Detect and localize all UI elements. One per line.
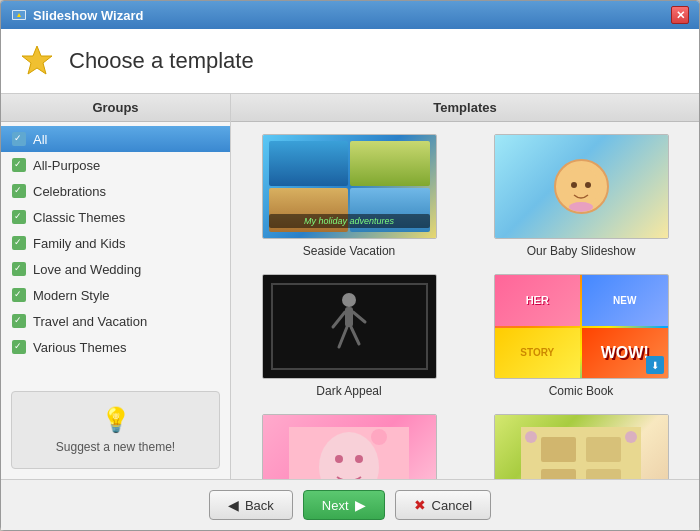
svg-point-18 xyxy=(371,429,387,445)
svg-rect-21 xyxy=(541,437,576,462)
bottom-bar: ◀ Back Next ▶ ✖ Cancel xyxy=(1,479,699,530)
suggest-theme-button[interactable]: 💡 Suggest a new theme! xyxy=(11,391,220,469)
app-icon xyxy=(11,7,27,23)
comic-panel-4: WOW! ⬇ xyxy=(582,328,668,379)
template-label-dark: Dark Appeal xyxy=(316,384,381,398)
svg-marker-3 xyxy=(22,46,52,74)
group-label-allpurpose: All-Purpose xyxy=(33,158,100,173)
svg-point-4 xyxy=(563,167,599,207)
template-thumb-baby xyxy=(494,134,669,239)
svg-point-7 xyxy=(569,202,593,212)
sidebar-item-all-purpose[interactable]: All-Purpose xyxy=(1,152,230,178)
templates-panel-header: Templates xyxy=(231,94,699,122)
comic-panels: HER NEW STORY WOW! ⬇ xyxy=(495,275,668,378)
sidebar-item-celebrations[interactable]: Celebrations xyxy=(1,178,230,204)
groups-panel-header: Groups xyxy=(1,94,230,122)
template-thumb-pink xyxy=(262,414,437,479)
check-icon-love xyxy=(11,261,27,277)
comic-panel-3: STORY xyxy=(495,328,581,379)
group-label-travel: Travel and Vacation xyxy=(33,314,147,329)
flower-icon xyxy=(521,427,641,480)
cancel-icon: ✖ xyxy=(414,497,426,513)
svg-point-6 xyxy=(585,182,591,188)
back-icon: ◀ xyxy=(228,497,239,513)
sidebar-item-classic-themes[interactable]: Classic Themes xyxy=(1,204,230,230)
group-label-celebrations: Celebrations xyxy=(33,184,106,199)
comic-panel-2: NEW xyxy=(582,275,668,326)
svg-rect-24 xyxy=(586,469,621,480)
svg-point-16 xyxy=(335,455,343,463)
template-comic[interactable]: HER NEW STORY WOW! ⬇ xyxy=(475,274,687,398)
check-icon-celebrations xyxy=(11,183,27,199)
svg-point-26 xyxy=(625,431,637,443)
template-seaside[interactable]: My holiday adventures Seaside Vacation xyxy=(243,134,455,258)
sidebar-item-all[interactable]: All xyxy=(1,126,230,152)
check-icon-various xyxy=(11,339,27,355)
template-flower[interactable] xyxy=(475,414,687,479)
lightbulb-icon: 💡 xyxy=(22,406,209,434)
group-label-family: Family and Kids xyxy=(33,236,125,251)
group-label-classic: Classic Themes xyxy=(33,210,125,225)
template-label-seaside: Seaside Vacation xyxy=(303,244,396,258)
svg-point-25 xyxy=(525,431,537,443)
next-button[interactable]: Next ▶ xyxy=(303,490,385,520)
template-thumb-seaside: My holiday adventures xyxy=(262,134,437,239)
template-pink[interactable] xyxy=(243,414,455,479)
suggest-label: Suggest a new theme! xyxy=(22,440,209,454)
check-icon-family xyxy=(11,235,27,251)
baby-face-icon xyxy=(554,159,609,214)
template-thumb-comic: HER NEW STORY WOW! ⬇ xyxy=(494,274,669,379)
next-label: Next xyxy=(322,498,349,513)
group-label-love: Love and Wedding xyxy=(33,262,141,277)
cancel-button[interactable]: ✖ Cancel xyxy=(395,490,491,520)
sidebar-item-various[interactable]: Various Themes xyxy=(1,334,230,360)
pink-face-icon xyxy=(289,427,409,480)
sidebar-item-love-wedding[interactable]: Love and Wedding xyxy=(1,256,230,282)
template-thumb-dark xyxy=(262,274,437,379)
titlebar: Slideshow Wizard ✕ xyxy=(1,1,699,29)
sidebar-item-modern-style[interactable]: Modern Style xyxy=(1,282,230,308)
comic-download-icon: ⬇ xyxy=(646,356,664,374)
sidebar-item-family-kids[interactable]: Family and Kids xyxy=(1,230,230,256)
page-title: Choose a template xyxy=(69,48,254,74)
check-icon-modern xyxy=(11,287,27,303)
template-dark[interactable]: Dark Appeal xyxy=(243,274,455,398)
next-icon: ▶ xyxy=(355,497,366,513)
template-baby[interactable]: Our Baby Slideshow xyxy=(475,134,687,258)
groups-panel: Groups All All-Purpose xyxy=(1,94,231,479)
group-label-all: All xyxy=(33,132,47,147)
seaside-title-overlay: My holiday adventures xyxy=(269,214,430,228)
group-label-modern: Modern Style xyxy=(33,288,110,303)
template-label-baby: Our Baby Slideshow xyxy=(527,244,636,258)
cancel-label: Cancel xyxy=(432,498,472,513)
thumb-visual-flower xyxy=(495,415,668,479)
main-content: Groups All All-Purpose xyxy=(1,94,699,479)
thumb-visual-comic: HER NEW STORY WOW! ⬇ xyxy=(495,275,668,378)
sidebar-item-travel[interactable]: Travel and Vacation xyxy=(1,308,230,334)
back-button[interactable]: ◀ Back xyxy=(209,490,293,520)
templates-panel: Templates My holiday adventures xyxy=(231,94,699,479)
thumb-visual-baby xyxy=(495,135,668,238)
titlebar-title: Slideshow Wizard xyxy=(33,8,143,23)
thumb-visual-pink xyxy=(263,415,436,479)
templates-grid: My holiday adventures Seaside Vacation xyxy=(231,122,699,479)
check-icon-all xyxy=(11,131,27,147)
group-label-various: Various Themes xyxy=(33,340,126,355)
template-thumb-flower xyxy=(494,414,669,479)
titlebar-left: Slideshow Wizard xyxy=(11,7,143,23)
thumb-visual-seaside: My holiday adventures xyxy=(263,135,436,238)
groups-list: All All-Purpose Celebrations xyxy=(1,122,230,381)
svg-point-17 xyxy=(355,455,363,463)
close-button[interactable]: ✕ xyxy=(671,6,689,24)
header-star-icon xyxy=(17,41,57,81)
thumb-visual-dark xyxy=(263,275,436,378)
template-label-comic: Comic Book xyxy=(549,384,614,398)
check-icon-travel xyxy=(11,313,27,329)
check-icon-classic xyxy=(11,209,27,225)
dark-border-deco xyxy=(271,283,428,370)
svg-point-5 xyxy=(571,182,577,188)
page-header: Choose a template xyxy=(1,29,699,94)
check-icon-allpurpose xyxy=(11,157,27,173)
svg-rect-22 xyxy=(586,437,621,462)
back-label: Back xyxy=(245,498,274,513)
